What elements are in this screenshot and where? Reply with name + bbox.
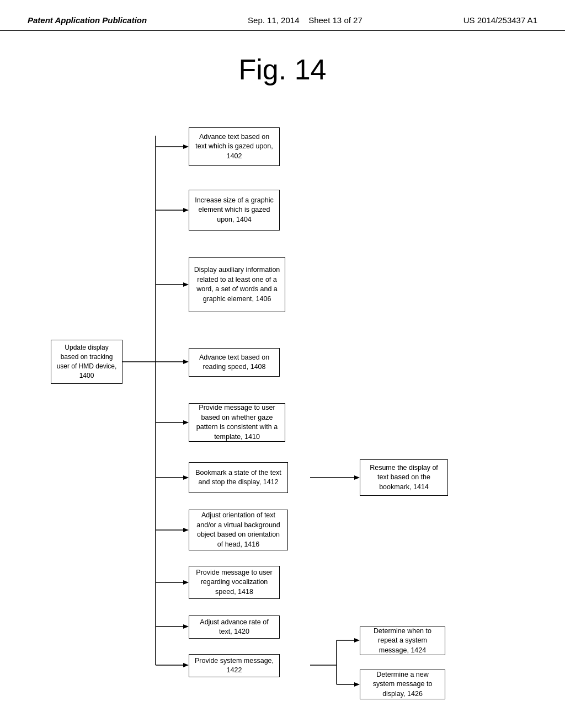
box-1416: Adjust orientation of text and/or a virt… (189, 510, 288, 550)
patent-number: US 2014/253437 A1 (463, 15, 537, 25)
date-sheet: Sep. 11, 2014 Sheet 13 of 27 (248, 15, 363, 25)
svg-marker-7 (183, 282, 189, 287)
box-root: Update display based on tracking user of… (51, 340, 122, 384)
box-1406: Display auxiliary information related to… (189, 257, 285, 312)
box-1418: Provide message to user regarding vocali… (189, 566, 280, 599)
page-header: Patent Application Publication Sep. 11, … (0, 0, 565, 31)
svg-marker-21 (183, 624, 189, 629)
box-1422: Provide system message, 1422 (189, 654, 280, 677)
svg-marker-19 (183, 580, 189, 585)
box-1424: Determine when to repeat a system messag… (360, 627, 445, 655)
svg-marker-9 (183, 360, 189, 364)
svg-marker-11 (183, 420, 189, 425)
svg-marker-13 (183, 475, 189, 480)
date: Sep. 11, 2014 (248, 15, 299, 25)
box-1404: Increase size of a graphic element which… (189, 190, 280, 231)
publication-label: Patent Application Publication (28, 15, 147, 25)
sheet-info: Sheet 13 of 27 (308, 15, 363, 25)
svg-marker-17 (183, 528, 189, 532)
box-1408: Advance text based on reading speed, 140… (189, 348, 280, 377)
box-1426: Determine a new system message to displa… (360, 670, 445, 699)
svg-marker-23 (183, 663, 189, 667)
svg-marker-5 (183, 208, 189, 212)
svg-marker-3 (183, 144, 189, 149)
svg-marker-30 (354, 682, 360, 687)
box-1402: Advance text based on text which is gaze… (189, 127, 280, 166)
box-1414: Resume the display of text based on the … (360, 459, 448, 496)
box-1410: Provide message to user based on whether… (189, 403, 285, 442)
figure-title: Fig. 14 (0, 53, 565, 86)
svg-marker-27 (354, 638, 360, 643)
box-1420: Adjust advance rate of text, 1420 (189, 615, 280, 639)
diagram-area: Update display based on tracking user of… (34, 103, 531, 709)
svg-marker-15 (354, 475, 360, 480)
box-1412: Bookmark a state of the text and stop th… (189, 462, 288, 493)
